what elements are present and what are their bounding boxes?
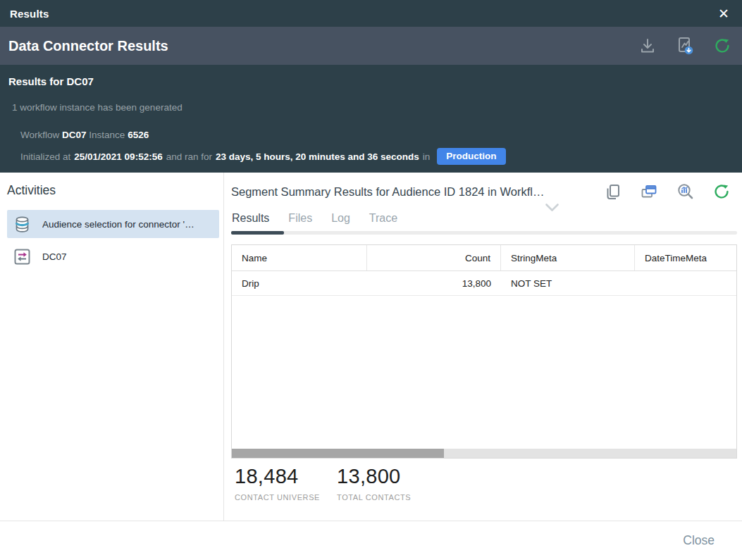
modal-footer: Close [0, 521, 742, 560]
page-header: Data Connector Results [0, 27, 742, 65]
initialized-datetime: 25/01/2021 09:52:56 [74, 151, 162, 162]
segment-results-panel: Segment Summary Results for Audience ID … [224, 173, 742, 521]
stat-label: TOTAL CONTACTS [337, 493, 411, 502]
tab-trace[interactable]: Trace [369, 212, 397, 225]
close-icon[interactable]: ✕ [715, 6, 732, 22]
refresh-icon[interactable] [713, 183, 730, 200]
summary-stats: 18,484 CONTACT UNIVERSE 13,800 TOTAL CON… [231, 465, 737, 502]
search-chart-icon[interactable] [676, 182, 695, 201]
instance-label: Instance [89, 130, 125, 140]
run-line: Initialized at 25/01/2021 09:52:56 and r… [8, 148, 734, 165]
activities-sidebar: Activities Audience selection for connec… [0, 173, 224, 521]
run-duration: 23 days, 5 hours, 20 minutes and 36 seco… [216, 151, 419, 162]
copy-icon[interactable] [604, 183, 622, 201]
column-header-count[interactable]: Count [367, 245, 501, 270]
column-header-name[interactable]: Name [232, 245, 367, 270]
activity-item-label: Audience selection for connector '… [42, 219, 194, 230]
tab-log[interactable]: Log [331, 212, 350, 225]
results-table: Name Count StringMeta DateTimeMeta Drip … [231, 244, 737, 459]
scrollbar-thumb[interactable] [232, 449, 444, 458]
table-row[interactable]: Drip 13,800 NOT SET [232, 271, 736, 296]
horizontal-scrollbar [232, 449, 736, 458]
tab-results[interactable]: Results [232, 212, 269, 225]
stat-contact-universe: 18,484 CONTACT UNIVERSE [235, 465, 320, 502]
active-tab-indicator [231, 231, 284, 235]
cell-datetimemeta [635, 271, 736, 295]
stat-value: 13,800 [337, 465, 411, 488]
panel-title: Segment Summary Results for Audience ID … [231, 185, 604, 199]
cell-count: 13,800 [367, 271, 501, 295]
report-download-icon[interactable] [675, 36, 695, 56]
results-summary: 1 workflow instance has been generated [8, 102, 734, 113]
results-tabs: Results Files Log Trace [231, 212, 737, 225]
stat-value: 18,484 [235, 465, 320, 488]
instance-number: 6526 [128, 130, 149, 140]
initialized-label: Initialized at [20, 151, 70, 162]
workflow-label: Workflow [20, 130, 59, 140]
database-icon [13, 215, 32, 234]
panel-icon-row [604, 182, 737, 201]
connector-transfer-icon [13, 247, 32, 266]
download-icon[interactable] [639, 37, 656, 54]
workflow-line: Workflow DC07 Instance 6526 [8, 130, 734, 140]
cascade-windows-icon[interactable] [640, 182, 658, 201]
modal-titlebar: Results ✕ [0, 0, 742, 27]
page-title: Data Connector Results [8, 38, 639, 54]
ran-for-label: and ran for [166, 151, 212, 162]
close-button[interactable]: Close [683, 533, 715, 548]
results-info-section: Results for DC07 1 workflow instance has… [0, 65, 742, 173]
cell-name: Drip [232, 271, 367, 295]
stat-label: CONTACT UNIVERSE [235, 493, 320, 502]
refresh-icon[interactable] [714, 37, 731, 54]
modal-title: Results [10, 8, 49, 20]
column-header-stringmeta[interactable]: StringMeta [501, 245, 635, 270]
workflow-name: DC07 [62, 130, 87, 140]
content-area: Activities Audience selection for connec… [0, 173, 742, 521]
results-heading: Results for DC07 [8, 65, 734, 87]
activity-item-label: DC07 [42, 251, 67, 262]
stat-total-contacts: 13,800 TOTAL CONTACTS [337, 465, 411, 502]
tab-files[interactable]: Files [288, 212, 312, 225]
results-modal: Results ✕ Data Connector Results [0, 0, 742, 560]
table-empty-space [232, 296, 736, 449]
table-header-row: Name Count StringMeta DateTimeMeta [232, 245, 736, 271]
in-label: in [423, 151, 431, 162]
tab-underline-track [231, 231, 737, 235]
activity-item-dc07[interactable]: DC07 [7, 242, 219, 270]
header-icon-row [639, 36, 731, 56]
activities-heading: Activities [7, 183, 219, 198]
column-header-datetimemeta[interactable]: DateTimeMeta [635, 245, 736, 270]
panel-header: Segment Summary Results for Audience ID … [231, 182, 737, 201]
cell-stringmeta: NOT SET [501, 271, 635, 295]
activity-item-audience-selection[interactable]: Audience selection for connector '… [7, 210, 219, 238]
environment-badge: Production [437, 148, 505, 165]
